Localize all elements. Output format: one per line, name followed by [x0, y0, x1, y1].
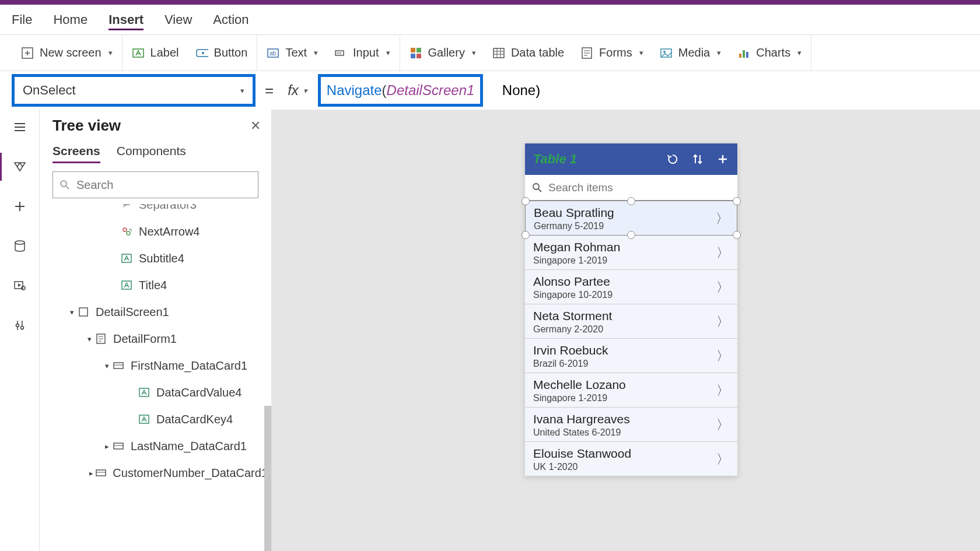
chevron-down-icon: ▾ [314, 48, 318, 57]
tree-view-button[interactable] [9, 156, 30, 177]
chevron-right-icon[interactable]: 〉 [716, 451, 729, 468]
menu-file[interactable]: File [12, 12, 32, 27]
tree-node[interactable]: ▾ DetailForm1 [40, 325, 268, 352]
list-item[interactable]: Irvin Roebuck Brazil 6-2019 〉 [525, 339, 737, 373]
label-button[interactable]: Label [132, 46, 179, 59]
tab-screens[interactable]: Screens [52, 144, 100, 163]
tree-node[interactable]: Separator3 [40, 204, 268, 218]
insert-rail-button[interactable] [9, 196, 30, 217]
node-label: Separator3 [139, 204, 197, 212]
formula-rest[interactable]: None) [494, 82, 540, 99]
svg-line-64 [538, 189, 541, 192]
gallery-button[interactable]: Gallery ▾ [410, 46, 476, 59]
tree-node[interactable]: DataCardValue4 [40, 379, 268, 406]
tab-components[interactable]: Components [117, 144, 186, 163]
menu-home[interactable]: Home [53, 12, 88, 27]
phone-preview: Table 1 Beau Spratling Germany 5-2019 〉 … [525, 143, 737, 476]
app-title: Table 1 [533, 152, 577, 167]
scrollbar-thumb[interactable] [264, 406, 271, 551]
expand-icon[interactable]: ▸ [87, 469, 95, 478]
chevron-right-icon[interactable]: 〉 [716, 244, 729, 262]
chevron-right-icon[interactable]: 〉 [716, 416, 729, 434]
item-name: Beau Spratling [534, 206, 614, 220]
chevron-down-icon: ▾ [797, 48, 802, 57]
menu-insert[interactable]: Insert [108, 12, 144, 30]
media-rail-button[interactable] [9, 275, 30, 296]
chevron-right-icon[interactable]: 〉 [716, 382, 729, 399]
list-item[interactable]: Mechelle Lozano Singapore 1-2019 〉 [525, 373, 737, 408]
list-item[interactable]: Elouise Stanwood UK 1-2020 〉 [525, 442, 737, 476]
property-selector[interactable]: OnSelect ▾ [12, 74, 256, 107]
expand-icon[interactable]: ▸ [102, 442, 112, 451]
canvas-area[interactable]: Table 1 Beau Spratling Germany 5-2019 〉 … [272, 110, 980, 551]
list-item[interactable]: Ivana Hargreaves United States 6-2019 〉 [525, 408, 737, 442]
menu-action[interactable]: Action [213, 12, 249, 27]
forms-button[interactable]: Forms ▾ [580, 46, 643, 59]
selection-handle[interactable] [522, 231, 530, 239]
chevron-right-icon[interactable]: 〉 [716, 313, 729, 331]
data-table-icon [492, 47, 505, 59]
selection-handle[interactable] [522, 197, 530, 205]
menu-view[interactable]: View [164, 12, 192, 27]
advanced-rail-button[interactable] [9, 315, 30, 336]
list-item[interactable]: Alonso Partee Singapore 10-2019 〉 [525, 270, 737, 304]
tree-node[interactable]: Subtitle4 [40, 245, 268, 272]
formula-bar: OnSelect ▾ = fx ▾ Navigate(DetailScreen1… [0, 71, 980, 110]
tree-node[interactable]: ▸ LastName_DataCard1 [40, 433, 268, 459]
charts-button[interactable]: Charts ▾ [737, 46, 802, 59]
svg-point-39 [20, 327, 23, 329]
ribbon-bar: New screen ▾ Label Button ab Text ▾ Inpu… [0, 35, 980, 71]
sort-button[interactable] [692, 153, 704, 166]
button-button[interactable]: Button [195, 46, 248, 59]
hamburger-button[interactable] [9, 117, 30, 138]
label-text: Label [150, 46, 179, 59]
chevron-right-icon[interactable]: 〉 [716, 279, 729, 296]
media-button[interactable]: Media ▾ [660, 46, 721, 59]
svg-line-41 [66, 186, 69, 189]
forms-label: Forms [599, 46, 632, 59]
text-button[interactable]: ab Text ▾ [267, 46, 318, 59]
tree-search-input[interactable] [76, 178, 252, 192]
chevron-right-icon[interactable]: 〉 [716, 348, 729, 365]
close-button[interactable]: ✕ [250, 118, 261, 134]
node-icon [95, 466, 107, 479]
tree-node[interactable]: DataCardKey4 [40, 406, 268, 433]
chevron-right-icon[interactable]: 〉 [716, 210, 729, 227]
fx-button[interactable]: fx ▾ [288, 82, 307, 99]
charts-label: Charts [756, 46, 790, 59]
svg-rect-28 [743, 50, 745, 58]
list-item[interactable]: Beau Spratling Germany 5-2019 〉 [525, 201, 737, 236]
selection-handle[interactable] [627, 197, 635, 205]
selection-handle[interactable] [733, 231, 741, 239]
data-table-button[interactable]: Data table [492, 46, 564, 59]
add-button[interactable] [716, 153, 729, 166]
tree-node[interactable]: NextArrow4 [40, 218, 268, 245]
left-rail [0, 110, 40, 551]
tree-node[interactable]: ▸ CustomerNumber_DataCard1 [40, 459, 268, 486]
tree-node[interactable]: ▾ DetailScreen1 [40, 299, 268, 325]
data-rail-button[interactable] [9, 236, 30, 257]
selection-handle[interactable] [733, 197, 741, 205]
svg-rect-27 [739, 54, 741, 58]
expand-icon[interactable]: ▾ [66, 308, 77, 317]
new-screen-button[interactable]: New screen ▾ [21, 46, 113, 59]
expand-icon[interactable]: ▾ [84, 335, 94, 343]
list-item[interactable]: Neta Storment Germany 2-2020 〉 [525, 304, 737, 339]
svg-point-63 [533, 184, 539, 189]
chevron-down-icon: ▾ [240, 86, 244, 95]
input-button[interactable]: Input ▾ [334, 46, 390, 59]
item-subtitle: Germany 2-2020 [533, 324, 612, 335]
list-item[interactable]: Megan Rohman Singapore 1-2019 〉 [525, 236, 737, 270]
tree-search-box[interactable] [52, 171, 258, 198]
forms-icon [580, 47, 593, 59]
node-label: DetailForm1 [113, 332, 177, 346]
formula-input-highlight[interactable]: Navigate(DetailScreen1 [318, 74, 483, 107]
selection-handle[interactable] [627, 231, 635, 239]
node-label: DetailScreen1 [96, 306, 169, 319]
tree-node[interactable]: ▾ FirstName_DataCard1 [40, 352, 268, 379]
expand-icon[interactable]: ▾ [102, 362, 112, 370]
item-name: Mechelle Lozano [533, 378, 626, 392]
refresh-button[interactable] [666, 153, 679, 166]
app-search-input[interactable] [548, 181, 730, 194]
tree-node[interactable]: Title4 [40, 272, 268, 299]
